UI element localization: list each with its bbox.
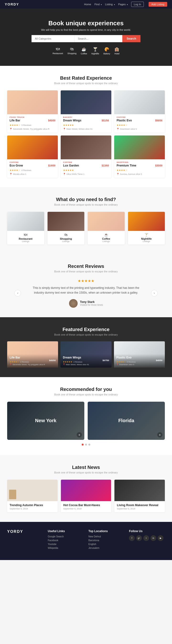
footer-grid: YORDY Useful Links Google Search Faceboo… xyxy=(7,530,165,550)
footer-loc-1[interactable]: New Dehrul xyxy=(88,535,124,538)
what-find-title: What do you need to find? xyxy=(7,197,165,202)
news-card-title-1: Trending Autumn Places xyxy=(10,504,55,507)
hero-icon-restaurant[interactable]: 🍽 Restaurant xyxy=(53,47,63,55)
featured-title: Featured Experience xyxy=(7,327,165,332)
news-grid: Trending Autumn Places September 6, 2018… xyxy=(7,480,165,512)
footer-link-wikipedia[interactable]: Wikipedia xyxy=(48,547,84,549)
cat-coffee[interactable]: ☕ Coffee Listings xyxy=(88,212,125,244)
cat-shopping[interactable]: 🛍 Shopping Listings xyxy=(48,212,85,244)
card-tag: COFFEE xyxy=(63,161,109,164)
cat-count-restaurant: Listings xyxy=(9,240,43,242)
rec-dot-1[interactable] xyxy=(82,444,84,446)
card-lux-garden[interactable]: COFFEE Lux Garden ★★★★★ $13/60 📍 Ulice M… xyxy=(61,136,111,178)
hero-content: Book unique experiences We will help you… xyxy=(32,20,140,55)
footer-loc-2[interactable]: Barcelona xyxy=(88,539,124,542)
card-stars: ★★★★★ xyxy=(63,124,74,126)
reviews-title: Recent Reviews xyxy=(14,264,158,269)
featured-card-dream-wings[interactable]: Dream Wings ★★★★★ 2 Reviews $67/50 📍 Mai… xyxy=(60,341,111,368)
cat-img-nightlife xyxy=(128,212,165,231)
nav-pages[interactable]: Pages ▾ xyxy=(118,3,128,6)
login-button[interactable]: Log In xyxy=(131,2,144,7)
best-rated-title: Best Rated Experience xyxy=(7,75,165,81)
news-card-img-3 xyxy=(114,480,165,501)
hotel-icon: 🏨 xyxy=(114,47,119,52)
card-image-lux-garden xyxy=(61,136,111,159)
reviewer-role: Visited for three times xyxy=(80,304,103,306)
rec-card-overlay-ny: New York xyxy=(7,402,84,440)
news-card-title-2: Hot Cocoa Bar Must-Haves xyxy=(63,504,109,507)
news-card-2[interactable]: Hot Cocoa Bar Must-Haves September 6, 20… xyxy=(61,480,111,512)
card-dream-wings[interactable]: BAKERY Dream Wings ★★★★★ $51/56 📍 Main S… xyxy=(61,90,111,132)
rec-card-expand-icon-ny[interactable]: + xyxy=(77,432,82,438)
hero-icon-label-coffee: Coffee xyxy=(81,52,87,55)
recommended-title: Recommended for you xyxy=(7,387,165,392)
search-button[interactable]: Search xyxy=(122,35,140,42)
card-image-plastic-evo xyxy=(114,90,165,114)
cat-nightlife[interactable]: 🍸 Nightlife Listings xyxy=(128,212,165,244)
card-image-premium-time xyxy=(114,136,165,159)
card-image-eco-grow xyxy=(7,136,58,159)
rec-dot-3[interactable] xyxy=(88,444,90,446)
news-card-date-1: September 6, 2018 xyxy=(10,508,55,510)
card-stars: ★★★★★ xyxy=(63,169,74,172)
nav-listing[interactable]: Listing ▾ xyxy=(105,3,115,6)
hero-icon-label-hotel: Hotel xyxy=(114,52,119,55)
news-card-img-2 xyxy=(61,480,111,501)
social-facebook-icon[interactable]: f xyxy=(129,535,135,541)
cat-img-restaurant xyxy=(7,212,44,231)
social-youtube-icon[interactable]: ▶ xyxy=(158,535,163,541)
card-location: 📍 Ulice Molis Tiene 1 xyxy=(63,173,109,175)
footer-useful-links-title: Useful Links xyxy=(48,530,84,533)
featured-card-loc-1: 📍 Sievereds Street, Try polygatte ulica … xyxy=(10,364,56,366)
card-premium-time[interactable]: SHOPPING Premium Time ★★★★☆ $35/00 📍 Sun… xyxy=(114,136,165,178)
nav-find[interactable]: Find ▾ xyxy=(94,3,102,6)
cat-img-coffee xyxy=(88,212,125,231)
hero-icon-bakery[interactable]: 🥐 Bakery xyxy=(103,47,110,55)
best-rated-grid: FOOD TRUCK Life Bar ★★★★☆ 3 Reviews $45/… xyxy=(7,90,165,178)
hero-icon-coffee[interactable]: ☕ Coffee xyxy=(81,47,87,55)
add-listing-button[interactable]: Add Listing xyxy=(148,2,167,7)
footer-social-icons: f g+ t in ▶ xyxy=(129,535,165,541)
hero-icon-label-shopping: Shopping xyxy=(67,52,76,54)
hero-icon-nightlife[interactable]: 🍸 Nightlife xyxy=(91,47,99,55)
search-input[interactable] xyxy=(75,35,122,42)
restaurant-cat-icon: 🍽 xyxy=(9,233,43,236)
footer-loc-3[interactable]: English xyxy=(88,543,124,546)
coffee-icon: ☕ xyxy=(81,47,86,52)
news-card-1[interactable]: Trending Autumn Places September 6, 2018 xyxy=(7,480,58,512)
featured-card-plastic-evo[interactable]: Plastic Evo ★★★★☆ 5 Reviews $45/00 📍 Dow… xyxy=(114,341,165,368)
social-google-icon[interactable]: g+ xyxy=(136,535,142,541)
hero-icon-shopping[interactable]: 🛍 Shopping xyxy=(67,47,76,55)
footer-link-facebook[interactable]: Facebook xyxy=(48,539,84,542)
social-twitter-icon[interactable]: t xyxy=(143,535,149,541)
featured-card-price-1: $45/00 xyxy=(49,359,56,362)
best-rated-section: Best Rated Experience Book one of these … xyxy=(0,66,172,187)
rec-card-expand-icon-fl[interactable]: + xyxy=(157,432,162,438)
featured-card-title-3: Plastic Evo xyxy=(116,356,162,359)
cat-restaurant[interactable]: 🍽 Restaurant Listings xyxy=(7,212,44,244)
footer-link-google[interactable]: Google Search xyxy=(48,535,84,538)
featured-card-loc-3: 📍 Downtown ulice 5 xyxy=(116,364,162,366)
latest-news-title: Latest News xyxy=(7,465,165,470)
footer-loc-4[interactable]: Jerusalem xyxy=(88,547,124,549)
news-card-3[interactable]: Living Room Makeover Reveal September 6,… xyxy=(114,480,165,512)
rec-dot-2[interactable] xyxy=(85,444,87,446)
coffee-cat-icon: ☕ xyxy=(89,233,123,236)
footer-follow-col: Follow Us f g+ t in ▶ xyxy=(129,530,165,550)
footer-link-youtube[interactable]: Youtube xyxy=(48,543,84,546)
nav-home[interactable]: Home xyxy=(84,3,91,6)
location-icon: 📍 xyxy=(63,173,66,175)
card-plastic-evo[interactable]: COFFEE Plastic Evo ★★★★☆ $56/56 📍 Downto… xyxy=(114,90,165,132)
news-card-title-3: Living Room Makeover Reveal xyxy=(117,504,162,507)
shopping-cat-icon: 🛍 xyxy=(49,233,83,236)
card-eco-grow[interactable]: COFFEE Eco Grow ★★★★☆ 4 Reviews $14/00 📍… xyxy=(7,136,58,178)
social-linkedin-icon[interactable]: in xyxy=(150,535,156,541)
review-prev-button[interactable]: ‹ xyxy=(14,290,21,296)
card-life-bar[interactable]: FOOD TRUCK Life Bar ★★★★☆ 3 Reviews $45/… xyxy=(7,90,58,132)
hero-icon-hotel[interactable]: 🏨 Hotel xyxy=(114,47,119,55)
featured-card-life-bar[interactable]: Life Bar ★★★★☆ 3 Reviews $45/00 📍 Siever… xyxy=(7,341,58,368)
review-next-button[interactable]: › xyxy=(151,290,158,296)
rec-card-florida[interactable]: Florida + xyxy=(88,402,165,440)
category-input[interactable] xyxy=(32,35,75,42)
rec-card-new-york[interactable]: New York + xyxy=(7,402,84,440)
